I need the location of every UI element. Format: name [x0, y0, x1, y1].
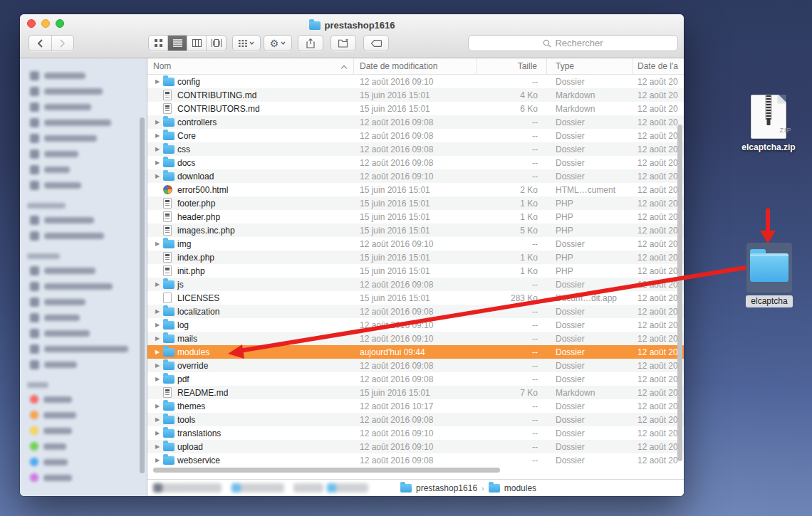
table-row[interactable]: ▶ css 12 août 2016 09:08 -- Dossier 12 a… — [147, 142, 684, 156]
table-row[interactable]: ▶ modules aujourd'hui 09:44 -- Dossier 1… — [147, 345, 684, 359]
disclosure-triangle-icon[interactable]: ▶ — [152, 322, 163, 328]
table-row[interactable]: ▶ LICENSES 15 juin 2016 15:01 283 Ko Doc… — [147, 291, 684, 305]
table-row[interactable]: ▶ themes 12 août 2016 10:17 -- Dossier 1… — [147, 399, 684, 413]
forward-button[interactable] — [52, 36, 74, 51]
disclosure-triangle-icon[interactable]: ▶ — [152, 457, 163, 463]
disclosure-triangle-icon[interactable]: ▶ — [152, 308, 163, 315]
new-folder-button[interactable] — [330, 35, 356, 51]
table-row[interactable]: ▶ img 12 août 2016 09:10 -- Dossier 12 a… — [147, 237, 684, 251]
zoom-button[interactable] — [56, 19, 64, 28]
table-row[interactable]: ▶ override 12 août 2016 09:08 -- Dossier… — [147, 359, 684, 372]
path-crumb-modules[interactable]: modules — [504, 483, 536, 493]
share-button[interactable] — [298, 35, 323, 51]
column-header-date-added[interactable]: Date de l'a — [633, 58, 684, 74]
disclosure-triangle-icon[interactable]: ▶ — [152, 349, 163, 355]
path-segment-blurred[interactable] — [293, 483, 323, 493]
search-input[interactable]: Rechercher — [468, 35, 678, 51]
table-row[interactable]: ▶ localization 12 août 2016 09:08 -- Dos… — [147, 305, 684, 318]
sidebar-item-blurred[interactable] — [20, 470, 147, 485]
table-row[interactable]: ▶ CONTRIBUTORS.md 15 juin 2016 15:01 6 K… — [147, 102, 684, 115]
table-row[interactable]: ▶ mails 12 août 2016 09:10 -- Dossier 12… — [147, 332, 684, 345]
close-button[interactable] — [27, 19, 36, 28]
sidebar-item-blurred[interactable] — [20, 228, 147, 243]
sidebar-item-blurred[interactable] — [20, 212, 147, 228]
sidebar-item-blurred[interactable] — [20, 391, 147, 407]
path-segment-blurred[interactable] — [153, 483, 222, 493]
titlebar[interactable]: prestashop1616 — [20, 14, 684, 31]
list-view-button[interactable] — [168, 36, 187, 51]
table-row[interactable]: ▶ CONTRIBUTING.md 15 juin 2016 15:01 4 K… — [147, 88, 684, 102]
sidebar-item-blurred[interactable] — [20, 83, 147, 99]
table-row[interactable]: ▶ upload 12 août 2016 09:10 -- Dossier 1… — [147, 440, 684, 453]
path-crumb-prestashop1616[interactable]: prestashop1616 — [416, 483, 477, 493]
table-row[interactable]: ▶ download 12 août 2016 09:10 -- Dossier… — [147, 169, 684, 183]
column-header-type[interactable]: Type — [547, 58, 633, 74]
sidebar-item-blurred[interactable] — [20, 341, 147, 357]
path-segment-blurred[interactable] — [327, 483, 368, 493]
disclosure-triangle-icon[interactable]: ▶ — [152, 416, 163, 423]
table-row[interactable]: ▶ Core 12 août 2016 09:08 -- Dossier 12 … — [147, 129, 684, 142]
sidebar-item-blurred[interactable] — [20, 357, 147, 372]
path-segment-blurred[interactable] — [231, 483, 284, 493]
desktop-icon-elcaptcha-zip[interactable]: ZIP elcaptcha.zip — [741, 95, 796, 152]
sidebar-item-blurred[interactable] — [20, 438, 147, 454]
table-row[interactable]: ▶ footer.php 15 juin 2016 15:01 1 Ko PHP… — [147, 196, 684, 210]
sidebar-item-blurred[interactable] — [20, 162, 147, 177]
column-view-button[interactable] — [187, 36, 207, 51]
icon-view-button[interactable] — [149, 36, 168, 51]
sidebar-item-blurred[interactable] — [20, 68, 147, 83]
table-row[interactable]: ▶ pdf 12 août 2016 09:08 -- Dossier 12 a… — [147, 372, 684, 386]
disclosure-triangle-icon[interactable]: ▶ — [152, 443, 163, 450]
table-row[interactable]: ▶ controllers 12 août 2016 09:08 -- Doss… — [147, 115, 684, 129]
sidebar-item-blurred[interactable] — [20, 423, 147, 438]
action-button[interactable]: ⚙ — [264, 35, 292, 51]
minimize-button[interactable] — [41, 19, 50, 28]
sidebar-item-blurred[interactable] — [20, 115, 147, 130]
sidebar-item-blurred[interactable] — [20, 407, 147, 423]
table-row[interactable]: ▶ header.php 15 juin 2016 15:01 1 Ko PHP… — [147, 210, 684, 223]
table-row[interactable]: ▶ error500.html 15 juin 2016 15:01 2 Ko … — [147, 183, 684, 196]
table-row[interactable]: ▶ js 12 août 2016 09:08 -- Dossier 12 ao… — [147, 278, 684, 291]
sidebar-scrollbar[interactable] — [140, 117, 145, 473]
disclosure-triangle-icon[interactable]: ▶ — [152, 403, 163, 409]
tag-button[interactable] — [363, 35, 389, 51]
disclosure-triangle-icon[interactable]: ▶ — [152, 132, 163, 139]
vertical-scrollbar[interactable] — [677, 125, 682, 461]
disclosure-triangle-icon[interactable]: ▶ — [152, 281, 163, 288]
table-row[interactable]: ▶ images.inc.php 15 juin 2016 15:01 5 Ko… — [147, 223, 684, 237]
disclosure-triangle-icon[interactable]: ▶ — [152, 119, 163, 125]
table-row[interactable]: ▶ translations 12 août 2016 09:10 -- Dos… — [147, 426, 684, 440]
sidebar-item-blurred[interactable] — [20, 146, 147, 162]
table-row[interactable]: ▶ init.php 15 juin 2016 15:01 1 Ko PHP 1… — [147, 264, 684, 278]
table-row[interactable]: ▶ log 12 août 2016 09:10 -- Dossier 12 a… — [147, 318, 684, 332]
sidebar-item-blurred[interactable] — [20, 99, 147, 115]
column-header-date-modified[interactable]: Date de modification — [354, 58, 477, 74]
desktop-icon-elcaptcha-folder[interactable]: elcaptcha — [743, 243, 796, 307]
horizontal-scrollbar[interactable] — [153, 468, 500, 473]
table-row[interactable]: ▶ tools 12 août 2016 09:08 -- Dossier 12… — [147, 413, 684, 426]
table-row[interactable]: ▶ README.md 15 juin 2016 15:01 7 Ko Mark… — [147, 386, 684, 399]
column-header-name[interactable]: Nom — [147, 58, 354, 74]
disclosure-triangle-icon[interactable]: ▶ — [152, 362, 163, 369]
sidebar-item-blurred[interactable] — [20, 294, 147, 310]
sidebar-item-blurred[interactable] — [20, 263, 147, 278]
table-row[interactable]: ▶ config 12 août 2016 09:10 -- Dossier 1… — [147, 75, 684, 88]
disclosure-triangle-icon[interactable]: ▶ — [152, 241, 163, 247]
back-button[interactable] — [29, 36, 52, 51]
disclosure-triangle-icon[interactable]: ▶ — [152, 430, 163, 436]
table-row[interactable]: ▶ docs 12 août 2016 09:08 -- Dossier 12 … — [147, 156, 684, 169]
table-row[interactable]: ▶ index.php 15 juin 2016 15:01 1 Ko PHP … — [147, 251, 684, 264]
sidebar-item-blurred[interactable] — [20, 310, 147, 325]
disclosure-triangle-icon[interactable]: ▶ — [152, 78, 163, 85]
sidebar-item-blurred[interactable] — [20, 278, 147, 294]
sidebar-item-blurred[interactable] — [20, 130, 147, 146]
disclosure-triangle-icon[interactable]: ▶ — [152, 146, 163, 152]
sidebar-item-blurred[interactable] — [20, 177, 147, 193]
disclosure-triangle-icon[interactable]: ▶ — [152, 173, 163, 179]
sidebar-item-blurred[interactable] — [20, 454, 147, 470]
table-row[interactable]: ▶ webservice 12 août 2016 09:08 -- Dossi… — [147, 453, 684, 467]
column-header-size[interactable]: Taille — [477, 58, 547, 74]
arrange-button[interactable] — [232, 35, 261, 51]
disclosure-triangle-icon[interactable]: ▶ — [152, 335, 163, 342]
disclosure-triangle-icon[interactable]: ▶ — [152, 159, 163, 166]
